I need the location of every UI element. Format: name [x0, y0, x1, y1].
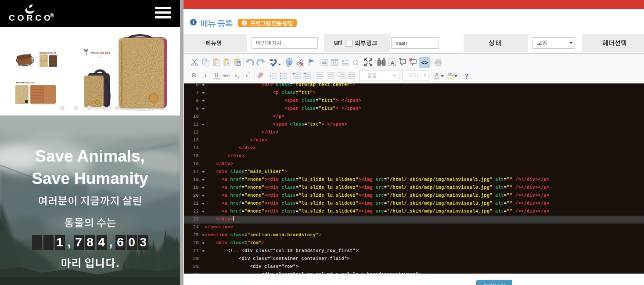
- svg-text:I: I: [204, 72, 207, 79]
- svg-text:NECKLACE WALLET: NECKLACE WALLET: [40, 52, 56, 54]
- svg-text:TRAVEL GO BAG: TRAVEL GO BAG: [90, 52, 110, 54]
- svg-text:ab: ab: [448, 72, 453, 76]
- svg-text:CORK: CORK: [97, 57, 103, 58]
- svg-text:Ω: Ω: [353, 58, 359, 67]
- svg-text:B: B: [192, 72, 196, 79]
- svg-text:A: A: [391, 60, 394, 65]
- svg-text:<>: <>: [421, 60, 428, 66]
- svg-text:A: A: [342, 59, 345, 63]
- svg-text:A: A: [227, 61, 230, 66]
- svg-text:W: W: [237, 62, 241, 66]
- svg-text:2: 2: [237, 76, 239, 80]
- svg-text:U: U: [215, 72, 219, 79]
- svg-text:3: 3: [270, 77, 271, 80]
- svg-text:PASSPORT WALLET 7t: PASSPORT WALLET 7t: [16, 82, 35, 84]
- svg-text:A: A: [259, 72, 261, 76]
- svg-text:A: A: [435, 72, 439, 78]
- svg-text:?: ?: [465, 72, 469, 80]
- svg-text:2: 2: [248, 71, 250, 75]
